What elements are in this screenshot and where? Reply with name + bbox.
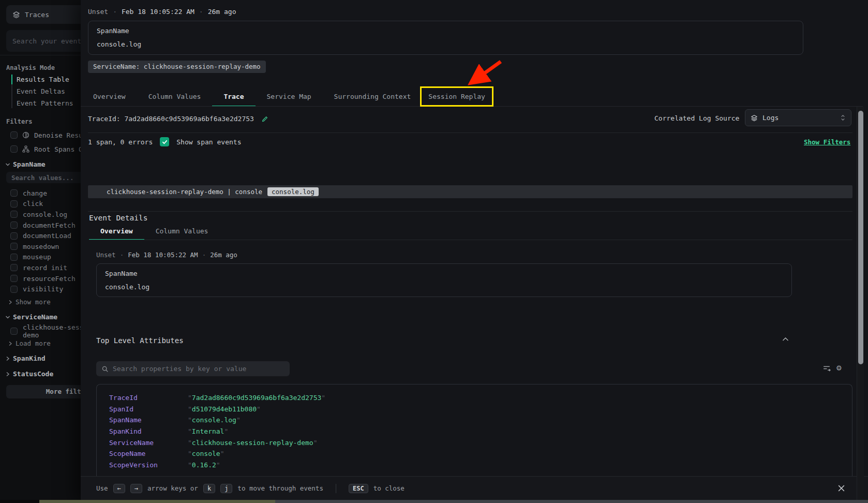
- tab-surrounding-context[interactable]: Surrounding Context: [323, 87, 423, 107]
- app-screen: Traces Analysis Mode Results Table Event…: [0, 0, 868, 503]
- section-title: ServiceName: [13, 313, 57, 321]
- source-select-label: Traces: [25, 11, 49, 19]
- correlated-log-source-label: Correlated Log Source: [654, 114, 739, 122]
- load-more-label: Load more: [16, 339, 51, 347]
- section-service-name[interactable]: ServiceName: [5, 313, 57, 321]
- attribute-value[interactable]: console: [188, 450, 224, 457]
- value-checkbox[interactable]: [10, 221, 18, 229]
- attribute-value[interactable]: 0.16.2: [188, 461, 220, 469]
- attribute-value[interactable]: console.log: [188, 416, 241, 424]
- section-span-name[interactable]: SpanName: [5, 160, 46, 168]
- value-checkbox[interactable]: [10, 200, 18, 208]
- value-label: change: [23, 189, 47, 197]
- close-icon[interactable]: [837, 484, 845, 492]
- service-name-load-more[interactable]: Load more: [8, 339, 51, 347]
- attribute-key[interactable]: ScopeName: [109, 450, 188, 457]
- log-source-select[interactable]: Logs: [745, 109, 851, 126]
- span-name-card: SpanName console.log: [88, 21, 803, 55]
- attribute-row[interactable]: TraceId7ad2ad8660c9d53969a6bf6a3e2d2753: [97, 392, 852, 404]
- attribute-row[interactable]: SpanKindInternal: [97, 426, 852, 437]
- show-more-label: Show more: [16, 298, 51, 306]
- value-checkbox[interactable]: [10, 286, 18, 293]
- event-header-time-2: Unset · Feb 18 10:05:22 AM · 26m ago: [96, 251, 237, 259]
- properties-search-input[interactable]: [113, 365, 285, 373]
- denoise-icon: [22, 131, 29, 139]
- tab-column-values[interactable]: Column Values: [137, 87, 213, 107]
- trace-id-text: TraceId: 7ad2ad8660c9d53969a6bf6a3e2d275…: [88, 115, 254, 123]
- section-divider: [88, 211, 852, 212]
- value-checkbox[interactable]: [10, 264, 18, 271]
- waterfall-span-row[interactable]: clickhouse-session-replay-demo | console…: [88, 185, 852, 198]
- footer-divider: [336, 484, 336, 493]
- value-checkbox[interactable]: [10, 232, 18, 240]
- value-checkbox[interactable]: [10, 211, 18, 218]
- top-level-attributes-title: Top Level Attributes: [96, 336, 184, 345]
- value-label: record init: [23, 264, 67, 272]
- waterfall-span-chip[interactable]: console.log: [267, 187, 319, 196]
- search-icon: [101, 365, 109, 373]
- attribute-row[interactable]: ServiceNameclickhouse-session-replay-dem…: [97, 437, 852, 448]
- subtab-overview[interactable]: Overview: [89, 223, 144, 240]
- attribute-value[interactable]: Internal: [188, 427, 228, 435]
- span-card-value: console.log: [105, 283, 149, 291]
- show-filters-link[interactable]: Show Filters: [804, 138, 850, 146]
- value-label: visibility: [23, 285, 63, 293]
- attribute-row[interactable]: ScopeNameconsole: [97, 448, 852, 460]
- span-name-show-more[interactable]: Show more: [8, 298, 51, 306]
- trace-id-row: TraceId: 7ad2ad8660c9d53969a6bf6a3e2d275…: [88, 115, 268, 123]
- drawer-tabs: Overview Column Values Trace Service Map…: [88, 87, 491, 107]
- hint-text: arrow keys or: [147, 484, 198, 492]
- value-checkbox[interactable]: [10, 189, 18, 197]
- value-checkbox[interactable]: [10, 275, 18, 282]
- tab-session-replay[interactable]: Session Replay: [422, 87, 491, 107]
- root-spans-checkbox[interactable]: [10, 145, 18, 153]
- attribute-key[interactable]: SpanKind: [109, 427, 188, 435]
- tab-overview[interactable]: Overview: [88, 87, 137, 107]
- attribute-value[interactable]: clickhouse-session-replay-demo: [188, 439, 317, 447]
- filter-lines-icon[interactable]: [822, 364, 831, 373]
- attribute-row[interactable]: ScopeVersion0.16.2: [97, 460, 852, 471]
- subtab-column-values[interactable]: Column Values: [144, 223, 220, 240]
- annotation-arrow: [452, 58, 506, 88]
- value-checkbox[interactable]: [10, 328, 18, 335]
- value-checkbox[interactable]: [10, 254, 18, 261]
- attribute-value[interactable]: d51079d4eb11b080: [188, 405, 261, 413]
- page-hscrollbar-track[interactable]: [275, 500, 868, 503]
- vertical-scrollbar-thumb[interactable]: [858, 111, 863, 364]
- section-divider: [88, 132, 852, 133]
- gear-icon[interactable]: ⚙: [836, 363, 842, 373]
- section-span-kind[interactable]: SpanKind: [5, 354, 46, 362]
- log-source-value: Logs: [762, 114, 779, 122]
- root-spans-icon: [22, 145, 29, 153]
- tab-service-map[interactable]: Service Map: [256, 87, 323, 107]
- collapse-chevron-up-icon[interactable]: [782, 337, 789, 342]
- denoise-checkbox[interactable]: [10, 131, 18, 139]
- attribute-key[interactable]: ServiceName: [109, 439, 188, 447]
- show-span-events-checkbox[interactable]: [160, 137, 169, 146]
- properties-search[interactable]: [96, 361, 290, 376]
- attribute-key[interactable]: SpanName: [109, 416, 188, 424]
- tab-trace[interactable]: Trace: [212, 87, 255, 107]
- attribute-row[interactable]: SpanIdd51079d4eb11b080: [97, 404, 852, 415]
- value-label: resourceFetch: [23, 275, 76, 283]
- section-status-code[interactable]: StatusCode: [5, 370, 53, 378]
- chevron-down-icon: [5, 315, 10, 320]
- attribute-key[interactable]: ScopeVersion: [109, 461, 188, 469]
- j-key: j: [220, 484, 232, 493]
- chevron-updown-icon: [840, 114, 846, 122]
- service-name-filter-chip[interactable]: ServiceName: clickhouse-session-replay-d…: [88, 61, 266, 73]
- relative-time: 26m ago: [210, 251, 237, 259]
- attribute-value[interactable]: 7ad2ad8660c9d53969a6bf6a3e2d2753: [188, 394, 325, 402]
- span-card-label: SpanName: [105, 270, 138, 277]
- section-title: SpanName: [13, 160, 46, 168]
- chevron-down-icon: [5, 162, 10, 167]
- vertical-scrollbar-track[interactable]: [857, 107, 864, 500]
- hint-text: to move through events: [237, 484, 323, 492]
- chevron-right-icon: [8, 300, 12, 305]
- page-hscrollbar-thumb[interactable]: [39, 500, 275, 503]
- edit-trace-id-icon[interactable]: [261, 115, 268, 123]
- value-checkbox[interactable]: [10, 243, 18, 250]
- attribute-key[interactable]: SpanId: [109, 405, 188, 413]
- attribute-row[interactable]: SpanNameconsole.log: [97, 415, 852, 426]
- attribute-key[interactable]: TraceId: [109, 394, 188, 402]
